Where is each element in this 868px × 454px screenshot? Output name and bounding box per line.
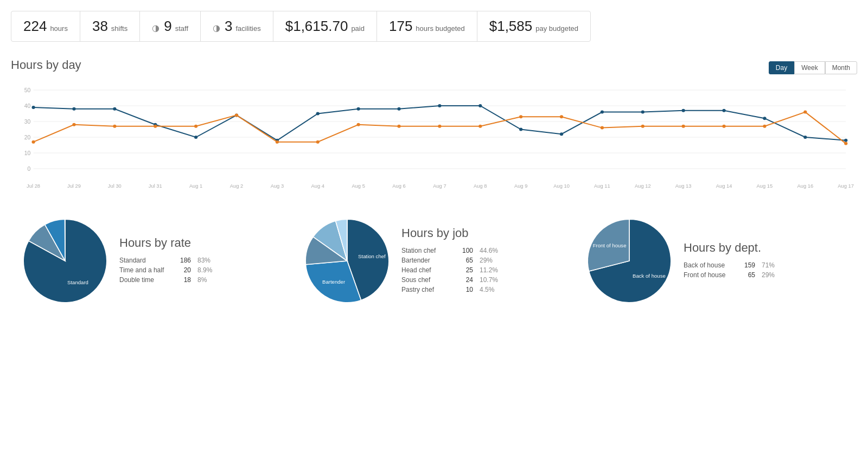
svg-point-64 <box>438 125 441 128</box>
stat-label: shifts <box>111 24 127 33</box>
svg-point-46 <box>560 132 563 136</box>
hours-by-rate-title: Hours by rate <box>119 236 216 250</box>
svg-text:Aug 6: Aug 6 <box>392 183 405 189</box>
legend-name: Pastry chef <box>401 286 450 293</box>
stat-label: facilities <box>235 24 260 33</box>
svg-point-55 <box>72 123 75 126</box>
legend-hours: 18 <box>175 276 191 284</box>
svg-point-67 <box>560 115 563 118</box>
legend-name: Head chef <box>401 266 450 274</box>
stat-item: 38shifts <box>80 11 140 41</box>
svg-text:20: 20 <box>24 135 31 140</box>
svg-text:Aug 1: Aug 1 <box>189 183 202 189</box>
stat-number: $1,585 <box>489 18 533 35</box>
svg-text:Aug 16: Aug 16 <box>797 183 813 189</box>
legend-hours: 20 <box>175 266 191 274</box>
svg-text:Back of house: Back of house <box>633 273 666 279</box>
legend-hours: 159 <box>739 261 755 269</box>
svg-point-73 <box>803 111 807 114</box>
svg-point-40 <box>316 112 320 116</box>
svg-point-63 <box>397 125 400 128</box>
week-button[interactable]: Week <box>794 61 825 74</box>
svg-point-54 <box>31 140 35 144</box>
svg-text:Jul 30: Jul 30 <box>108 183 122 189</box>
legend-name: Double time <box>119 276 168 284</box>
stat-item: $1,615.70paid <box>273 11 377 41</box>
month-button[interactable]: Month <box>825 61 857 74</box>
legend-pct: 29% <box>480 257 499 264</box>
legend-hours: 24 <box>457 276 473 284</box>
legend-name: Front of house <box>684 271 732 279</box>
hours-by-day-title: Hours by day <box>11 58 81 72</box>
legend-name: Station chef <box>401 247 450 254</box>
svg-point-35 <box>113 107 116 111</box>
svg-point-50 <box>722 109 725 112</box>
svg-point-66 <box>519 115 522 118</box>
line-chart-container: 01020304050Jul 28Jul 29Jul 30Jul 31Aug 1… <box>11 82 857 190</box>
svg-text:50: 50 <box>24 87 31 93</box>
svg-point-72 <box>763 125 766 128</box>
legend-row: Station chef 100 44.6% <box>401 247 499 254</box>
svg-point-69 <box>641 125 644 128</box>
hours-by-dept-title: Hours by dept. <box>684 241 781 255</box>
svg-text:Jul 31: Jul 31 <box>149 183 162 189</box>
legend-pct: 8.9% <box>197 266 216 274</box>
hours-by-job-legend: Hours by job Station chef 100 44.6% Bart… <box>401 226 499 296</box>
svg-point-43 <box>438 104 441 107</box>
legend-hours: 100 <box>457 247 473 254</box>
legend-hours: 65 <box>739 271 755 279</box>
hours-by-rate-section: Standard Hours by rate Standard 186 83% … <box>11 212 293 310</box>
svg-point-61 <box>316 140 320 144</box>
stat-icon: ◑ <box>152 23 159 33</box>
svg-point-62 <box>357 123 360 126</box>
rate-pie-svg: Standard <box>22 218 108 304</box>
svg-text:Aug 4: Aug 4 <box>311 183 324 189</box>
svg-text:Aug 12: Aug 12 <box>635 183 651 189</box>
bottom-charts: Standard Hours by rate Standard 186 83% … <box>11 212 857 310</box>
hours-by-day-section: Hours by day Day Week Month 01020304050J… <box>11 58 857 190</box>
legend-name: Time and a half <box>119 266 168 274</box>
legend-name: Back of house <box>684 261 732 269</box>
dept-pie-svg: Back of houseFront of house <box>586 218 673 304</box>
hours-by-job-pie: Station chefBartender <box>304 218 391 304</box>
svg-point-58 <box>194 125 197 128</box>
stat-number: $1,615.70 <box>285 18 348 35</box>
legend-hours: 186 <box>175 257 191 264</box>
time-button-group[interactable]: Day Week Month <box>769 61 857 74</box>
svg-point-71 <box>722 125 725 128</box>
stat-label: hours <box>50 24 68 33</box>
svg-point-68 <box>601 126 604 130</box>
stat-number: 175 <box>389 18 412 35</box>
svg-text:Aug 14: Aug 14 <box>716 183 732 189</box>
stat-item: 175hours budgeted <box>377 11 477 41</box>
svg-text:Aug 7: Aug 7 <box>433 183 446 189</box>
svg-text:Aug 2: Aug 2 <box>230 183 243 189</box>
legend-hours: 10 <box>457 286 473 293</box>
svg-text:Bartender: Bartender <box>322 279 346 285</box>
svg-point-60 <box>276 140 279 144</box>
legend-pct: 44.6% <box>480 247 499 254</box>
svg-text:Aug 11: Aug 11 <box>594 183 610 189</box>
svg-point-34 <box>72 107 75 111</box>
day-button[interactable]: Day <box>769 61 794 74</box>
svg-point-59 <box>235 113 238 117</box>
svg-text:Aug 15: Aug 15 <box>757 183 773 189</box>
hours-by-job-section: Station chefBartender Hours by job Stati… <box>293 212 575 310</box>
svg-text:Aug 9: Aug 9 <box>514 183 527 189</box>
svg-point-33 <box>31 106 35 109</box>
job-pie-svg: Station chefBartender <box>304 218 391 304</box>
legend-name: Bartender <box>401 257 450 264</box>
legend-row: Pastry chef 10 4.5% <box>401 286 499 293</box>
stat-label: staff <box>175 24 188 33</box>
svg-point-49 <box>682 109 685 112</box>
svg-text:Aug 3: Aug 3 <box>271 183 284 189</box>
legend-row: Back of house 159 71% <box>684 261 781 269</box>
stat-label: paid <box>351 24 365 33</box>
hours-by-rate-legend: Hours by rate Standard 186 83% Time and … <box>119 236 216 286</box>
line-chart-svg: 01020304050Jul 28Jul 29Jul 30Jul 31Aug 1… <box>11 82 857 190</box>
legend-row: Standard 186 83% <box>119 257 216 264</box>
svg-point-47 <box>601 111 604 114</box>
legend-pct: 8% <box>197 276 216 284</box>
svg-point-56 <box>113 125 116 128</box>
rate-legend-table: Standard 186 83% Time and a half 20 8.9%… <box>119 257 216 284</box>
